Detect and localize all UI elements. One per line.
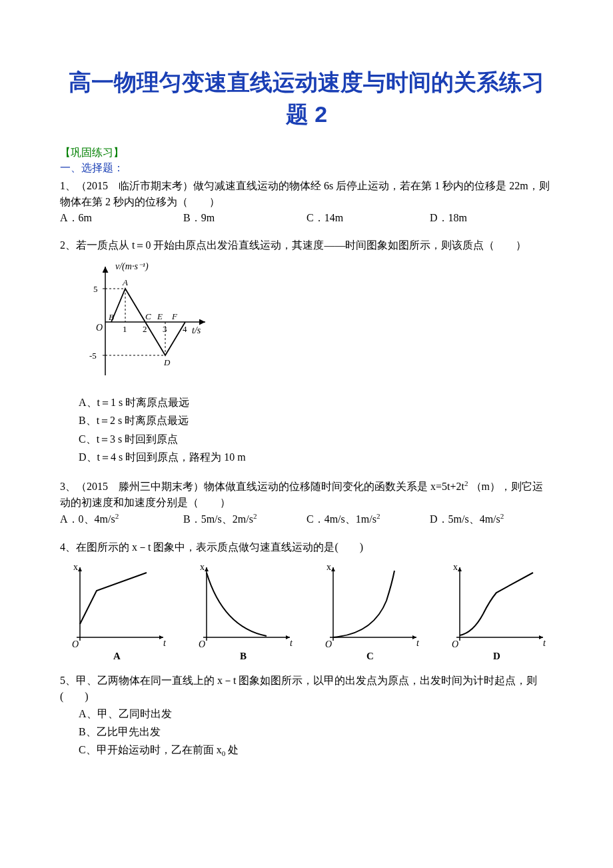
q2-option-b: B、t＝2 s 时离原点最远 (79, 411, 553, 429)
question-3-options: A．0、4m/s2 B．5m/s、2m/s2 C．4m/s、1m/s2 D．5m… (60, 512, 553, 527)
svg-text:D: D (163, 357, 171, 367)
svg-text:O: O (96, 323, 103, 333)
svg-text:2: 2 (143, 324, 147, 334)
question-4-text: 4、在图所示的 x－t 图象中，表示质点做匀速直线运动的是( ) (60, 539, 553, 555)
svg-text:A: A (122, 277, 128, 287)
svg-text:O: O (72, 639, 79, 649)
svg-text:x: x (326, 562, 331, 572)
svg-text:t: t (543, 638, 546, 648)
svg-text:E: E (157, 311, 163, 321)
graph-ylabel: v/(m·s⁻¹) (115, 261, 149, 272)
svg-text:F: F (171, 311, 178, 321)
question-1-text: 1、（2015 临沂市期末考）做匀减速直线运动的物体经 6s 后停止运动，若在第… (60, 178, 553, 210)
velocity-time-graph: v/(m·s⁻¹) 1 2 3 4 t/s 5 -5 O A B C D (79, 259, 225, 385)
q3-option-d: D．5m/s、4m/s2 (430, 512, 553, 527)
section-label: 【巩固练习】 (60, 146, 553, 160)
q2-options: A、t＝1 s 时离原点最远 B、t＝2 s 时离原点最远 C、t＝3 s 时回… (60, 393, 553, 466)
svg-text:5: 5 (93, 284, 98, 294)
question-3-text: 3、（2015 滕州三中期末考）物体做直线运动的位移随时间变化的函数关系是 x=… (60, 478, 553, 511)
q2-option-c: C、t＝3 s 时回到原点 (79, 430, 553, 448)
svg-text:t: t (163, 638, 167, 648)
q3-text-part1: 3、（2015 滕州三中期末考）物体做直线运动的位移随时间变化的函数关系是 x=… (60, 481, 464, 492)
question-1-options: A．6m B．9m C．14m D．18m (60, 211, 553, 225)
q4-graph-b: x t O B (187, 561, 300, 661)
question-2-text: 2、若一质点从 t＝0 开始由原点出发沿直线运动，其速度——时间图象如图所示，则… (60, 237, 553, 253)
q3-option-c: C．4m/s、1m/s2 (306, 512, 430, 527)
svg-text:C: C (145, 311, 151, 321)
q4-graph-c: x t O C (313, 561, 426, 661)
q5-option-b: B、乙比甲先出发 (79, 723, 553, 741)
document-page: 高一物理匀变速直线运动速度与时间的关系练习题 2 【巩固练习】 一、选择题： 1… (0, 0, 613, 800)
sub-section-label: 一、选择题： (60, 161, 553, 175)
svg-text:O: O (325, 639, 332, 649)
q1-option-c: C．14m (306, 211, 430, 225)
q5-option-c: C、甲开始运动时，乙在前面 x0 处 (79, 741, 553, 760)
q2-option-a: A、t＝1 s 时离原点最远 (79, 393, 553, 411)
svg-text:x: x (200, 562, 205, 572)
svg-text:B: B (109, 312, 114, 322)
q4-graphs-row: x t O A x t O B x t O C (60, 561, 553, 661)
graph-xlabel: t/s (192, 325, 201, 335)
svg-text:O: O (199, 639, 205, 649)
svg-text:x: x (453, 562, 458, 572)
question-5-text: 5、甲、乙两物体在同一直线上的 x－t 图象如图所示，以甲的出发点为原点，出发时… (60, 673, 553, 705)
q5-option-a: A、甲、乙同时出发 (79, 705, 553, 723)
q4-graph-d: x t O D (440, 561, 553, 661)
q1-option-b: B．9m (183, 211, 306, 225)
document-title: 高一物理匀变速直线运动速度与时间的关系练习题 2 (60, 67, 553, 130)
q3-exponent: 2 (464, 479, 468, 487)
q5-options: A、甲、乙同时出发 B、乙比甲先出发 C、甲开始运动时，乙在前面 x0 处 (60, 705, 553, 761)
svg-text:A: A (113, 651, 121, 661)
svg-text:3: 3 (163, 324, 167, 334)
q1-option-a: A．6m (60, 211, 183, 225)
svg-text:D: D (493, 651, 500, 661)
q3-option-a: A．0、4m/s2 (60, 512, 183, 527)
q3-option-b: B．5m/s、2m/s2 (183, 512, 306, 527)
svg-text:B: B (240, 651, 247, 661)
svg-text:O: O (452, 639, 458, 649)
q2-option-d: D、t＝4 s 时回到原点，路程为 10 m (79, 448, 553, 466)
svg-text:-5: -5 (89, 351, 97, 361)
q4-graph-a: x t O A (60, 561, 173, 661)
svg-text:t: t (416, 638, 420, 648)
q1-option-d: D．18m (430, 211, 553, 225)
svg-text:C: C (366, 651, 374, 661)
svg-text:1: 1 (123, 324, 127, 334)
q2-graph: v/(m·s⁻¹) 1 2 3 4 t/s 5 -5 O A B C D (79, 259, 553, 388)
svg-text:x: x (73, 562, 78, 572)
svg-text:t: t (290, 638, 293, 648)
